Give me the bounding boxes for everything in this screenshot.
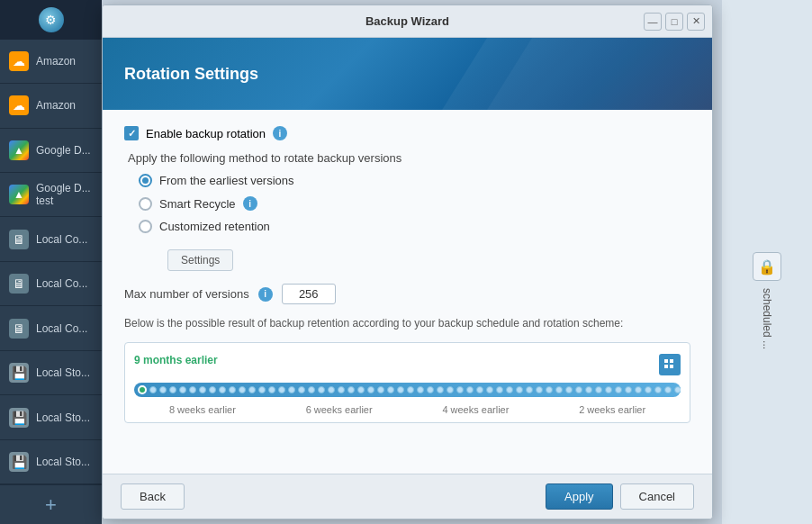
sidebar-item-label: Amazon	[36, 99, 76, 112]
timeline-dot	[229, 386, 236, 393]
timeline-dots	[134, 385, 681, 394]
radio-label-smart: Smart Recycle	[159, 197, 236, 211]
radio-smart-recycle[interactable]	[139, 197, 152, 211]
timeline-dot	[664, 386, 672, 393]
timeline-dot	[209, 386, 216, 393]
svg-rect-0	[664, 359, 668, 363]
timeline-dot	[377, 386, 384, 393]
radio-earliest[interactable]	[139, 174, 152, 187]
retention-description: Below is the possible result of backup r…	[124, 315, 690, 331]
modal-minimize-button[interactable]: —	[644, 13, 662, 31]
timeline-dot	[149, 386, 157, 393]
timeline-chart: 9 months earlier	[124, 342, 690, 423]
enable-rotation-info-icon[interactable]: i	[273, 126, 287, 140]
timeline-months-label: 9 months earlier	[134, 354, 218, 366]
timeline-dot	[575, 386, 582, 393]
timeline-label-8w: 8 weeks earlier	[169, 404, 236, 415]
timeline-label-6w: 6 weeks earlier	[306, 404, 373, 415]
amazon-icon-1: ☁	[9, 51, 29, 71]
timeline-dot	[595, 386, 602, 393]
sidebar-add-button[interactable]: +	[0, 484, 102, 524]
radio-row-earliest: From the earliest versions	[139, 174, 690, 187]
timeline-dot	[288, 386, 295, 393]
right-panel: 🔒 scheduled ...	[722, 0, 812, 524]
timeline-dot	[308, 386, 315, 393]
timeline-dot	[239, 386, 246, 393]
enable-rotation-checkbox[interactable]	[124, 126, 139, 140]
sidebar-item-label: Local Sto...	[36, 411, 90, 424]
sidebar-item-local-3[interactable]: 🖥 Local Co...	[0, 306, 102, 350]
sidebar-item-label: Local Co...	[36, 322, 87, 335]
timeline-dot	[654, 386, 662, 393]
modal-controls: — □ ✕	[644, 13, 705, 31]
timeline-dot	[456, 386, 464, 393]
max-versions-info-icon[interactable]: i	[258, 287, 273, 302]
local-icon-3: 🖥	[9, 319, 29, 339]
timeline-dot	[585, 386, 592, 393]
sidebar-item-amazon-1[interactable]: ☁ Amazon	[0, 40, 102, 84]
radio-customized-retention[interactable]	[139, 220, 152, 233]
timeline-dot	[536, 386, 543, 393]
timeline-dot	[357, 386, 365, 393]
lock-icon: 🔒	[753, 252, 781, 281]
sidebar-item-google-1[interactable]: ▲ Google D...	[0, 129, 102, 173]
timeline-dot	[437, 386, 444, 393]
timeline-dot	[248, 386, 256, 393]
settings-button[interactable]: Settings	[167, 249, 233, 271]
timeline-dot	[219, 386, 226, 393]
timeline-dot	[417, 386, 424, 393]
sidebar-item-label: Google D...	[36, 144, 91, 157]
timeline-dot	[159, 386, 167, 393]
timeline-dot	[298, 386, 305, 393]
timeline-dot	[338, 386, 345, 393]
timeline-dot	[367, 386, 374, 393]
timeline-dot	[496, 386, 503, 393]
smart-recycle-info-icon[interactable]: i	[243, 196, 257, 211]
timeline-dot	[674, 386, 681, 393]
timeline-dot	[476, 386, 483, 393]
timeline-dot	[645, 386, 652, 393]
sidebar-item-amazon-2[interactable]: ☁ Amazon	[0, 84, 102, 128]
modal-title: Backup Wizard	[365, 14, 449, 28]
timeline-dot	[625, 386, 632, 393]
timeline-dot	[397, 386, 404, 393]
max-versions-input[interactable]	[282, 284, 336, 304]
timeline-dot	[526, 386, 533, 393]
sidebar: ⚙ ☁ Amazon ☁ Amazon ▲ Google D... ▲ Goog…	[0, 0, 102, 524]
timeline-grid-icon[interactable]	[659, 354, 681, 375]
radio-row-smart: Smart Recycle i	[139, 196, 690, 211]
timeline-labels: 8 weeks earlier 6 weeks earlier 4 weeks …	[134, 402, 681, 415]
sidebar-item-localstorage-3[interactable]: 💾 Local Sto...	[0, 440, 102, 484]
timeline-dot	[318, 386, 325, 393]
svg-rect-2	[664, 365, 668, 368]
timeline-dot	[189, 386, 196, 393]
modal-titlebar: Backup Wizard — □ ✕	[103, 5, 712, 38]
local-icon-1: 🖥	[9, 230, 29, 249]
sidebar-item-localstorage-1[interactable]: 💾 Local Sto...	[0, 351, 102, 395]
footer-right: Apply Cancel	[546, 483, 694, 510]
modal-close-button[interactable]: ✕	[687, 13, 705, 31]
sidebar-item-label: Local Co...	[36, 233, 87, 246]
enable-rotation-label: Enable backup rotation	[146, 127, 266, 140]
svg-rect-1	[670, 359, 673, 363]
timeline-header: 9 months earlier	[134, 354, 681, 375]
amazon-icon-2: ☁	[9, 95, 29, 115]
scheduled-text: scheduled ...	[761, 288, 773, 349]
modal-header-title: Rotation Settings	[124, 65, 258, 84]
timeline-dot	[447, 386, 454, 393]
apply-button[interactable]: Apply	[546, 483, 613, 510]
sidebar-item-local-1[interactable]: 🖥 Local Co...	[0, 217, 102, 261]
timeline-start-dot	[138, 385, 147, 394]
timeline-dot	[328, 386, 335, 393]
back-button[interactable]: Back	[121, 483, 185, 510]
sidebar-item-localstorage-2[interactable]: 💾 Local Sto...	[0, 395, 102, 439]
timeline-dot	[278, 386, 285, 393]
cancel-button[interactable]: Cancel	[620, 483, 694, 510]
max-versions-row: Max number of versions i	[124, 284, 690, 304]
sidebar-item-google-2[interactable]: ▲ Google D... test	[0, 173, 102, 217]
sidebar-item-local-2[interactable]: 🖥 Local Co...	[0, 262, 102, 306]
sidebar-logo: ⚙	[0, 0, 102, 40]
app-logo-icon: ⚙	[39, 7, 64, 32]
modal-maximize-button[interactable]: □	[665, 13, 683, 31]
rotation-method-radio-group: From the earliest versions Smart Recycle…	[124, 174, 690, 233]
